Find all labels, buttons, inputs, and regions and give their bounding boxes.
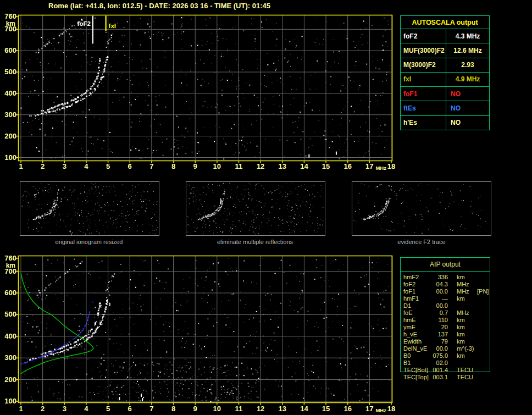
x-tick-label: 16 <box>343 405 351 413</box>
aip-row-B1: B102.0 <box>403 359 490 367</box>
aip-extra <box>477 309 490 317</box>
x-tick-label: 5 <box>106 162 110 170</box>
aip-value: 0.7 <box>433 309 448 317</box>
table-row-foF1: foF1 NO <box>401 87 489 101</box>
aip-label: B1 <box>403 359 433 367</box>
grid-lines <box>19 256 392 403</box>
aip-unit: km <box>457 331 477 338</box>
row-label: foF2 <box>401 29 446 43</box>
trace <box>20 302 93 365</box>
x-tick-label: 15 <box>322 162 330 170</box>
noise-dots <box>20 258 390 401</box>
x-tick-label: 4 <box>84 162 88 170</box>
aip-unit: km <box>457 295 477 302</box>
aip-unit: km <box>457 352 477 359</box>
aip-unit: km <box>457 274 477 281</box>
y-axis-unit-label: km <box>6 20 15 27</box>
x-tick-label: 1 <box>19 405 23 413</box>
thumbnail-caption-evidence: evidence F2 trace <box>397 239 445 245</box>
table-row-fxI: fxI 4.9 MHz <box>401 73 489 87</box>
marker-foF2: foF2 <box>77 16 93 44</box>
row-value: NO <box>446 87 489 101</box>
aip-unit: TECU <box>457 367 477 374</box>
trace <box>41 58 101 114</box>
y-tick-label: 600 <box>4 289 16 297</box>
aip-value: --- <box>433 295 448 302</box>
aip-value: 075.0 <box>433 352 448 359</box>
aip-extra: [PN] <box>477 288 490 295</box>
x-tick-label: 17 <box>365 162 373 170</box>
trace <box>29 56 108 119</box>
x-tick-label: 12 <box>257 405 264 413</box>
x-tick-label: 11 <box>235 162 243 170</box>
thumbnail-caption-original: original ionogram resized <box>56 239 123 245</box>
y-tick-label: 760 <box>4 254 16 262</box>
y-tick-label: 300 <box>4 353 16 362</box>
aip-output-table: AIP output hmF2336km foF204.3MHz foF100.… <box>400 257 490 372</box>
aip-unit: km <box>457 317 477 324</box>
row-value: 2.93 <box>446 58 489 72</box>
table-row-hEs: h'Es NO <box>401 116 489 130</box>
x-axis-unit-label: MHz <box>375 165 386 171</box>
aip-value: 04.3 <box>433 281 448 288</box>
aip-label: foF1 <box>403 288 433 295</box>
aip-unit: MHz <box>457 309 477 317</box>
y-tick-label: 400 <box>4 332 16 340</box>
aip-label: hmF2 <box>403 274 433 281</box>
table-row-ftEs: ftEs NO <box>401 101 489 115</box>
aip-row-TECTop: TEC[Top]003.1TECU <box>403 374 490 381</box>
x-tick-label: 16 <box>343 162 351 170</box>
aip-label: TEC[Bot] <box>403 367 433 374</box>
aip-extra <box>477 359 490 367</box>
aip-label: foE <box>403 309 433 317</box>
x-tick-label: 6 <box>128 405 132 413</box>
x-tick-label: 11 <box>235 405 243 413</box>
x-tick-label: 1 <box>19 162 23 170</box>
axis-ticks-labels: 100200300400500600700760km12345678910111… <box>4 254 395 413</box>
x-tick-label: 8 <box>171 405 175 413</box>
row-value: NO <box>446 101 489 115</box>
y-tick-label: 760 <box>4 12 16 20</box>
x-tick-label: 9 <box>193 405 197 413</box>
aip-row-B0: B0075.0km <box>403 352 490 359</box>
y-tick-label: 100 <box>4 397 16 405</box>
aip-extra <box>477 295 490 302</box>
marker-label-fxI: fxI <box>109 23 116 29</box>
row-label: M(3000)F2 <box>401 58 446 72</box>
aip-value: 00.0 <box>433 288 448 295</box>
trace <box>29 297 110 361</box>
table-row-foF2: foF2 4.3 MHz <box>401 29 489 43</box>
y-tick-label: 600 <box>4 46 16 54</box>
x-tick-label: 12 <box>257 162 264 170</box>
y-tick-label: 100 <box>4 153 16 162</box>
autoscala-output-table: AUTOSCALA output foF2 4.3 MHz MUF(3000)F… <box>400 15 490 130</box>
aip-value: 137 <box>433 331 448 338</box>
x-tick-label: 13 <box>279 405 286 413</box>
x-tick-label: 13 <box>279 162 286 170</box>
y-tick-label: 500 <box>4 310 16 318</box>
x-tick-label: 3 <box>63 405 66 413</box>
row-value: NO <box>446 116 489 130</box>
aip-row-h_vE: h_vE137km <box>403 331 490 338</box>
aip-row-foF2: foF204.3MHz <box>403 281 490 288</box>
aip-value: 00.0 <box>433 345 448 352</box>
aip-row-DelN_vE: DelN_vE00.0m^(-3) <box>403 345 490 352</box>
thumbnail-plot-0 <box>20 182 159 236</box>
aip-extra <box>477 274 490 281</box>
aip-unit: m^(-3) <box>457 345 477 352</box>
aip-unit: MHz <box>457 288 477 295</box>
station-date-title: Rome (lat: +41.8, lon: 012.5) - DATE: 20… <box>48 2 270 10</box>
aip-extra <box>477 345 490 352</box>
x-tick-label: 18 <box>387 405 395 413</box>
aip-row-TECBot: TEC[Bot]001.4TECU <box>403 367 490 374</box>
row-value: 12.6 MHz <box>446 43 489 57</box>
x-tick-label: 8 <box>171 162 175 170</box>
aip-unit <box>457 302 477 309</box>
aip-row-hmF2: hmF2336km <box>403 274 490 281</box>
trace <box>106 34 113 48</box>
aip-extra <box>477 324 490 331</box>
thumbnail-caption-eliminate: eliminate multiple reflections <box>217 239 293 245</box>
aip-label: Ewidth <box>403 338 433 345</box>
x-tick-label: 2 <box>41 405 45 413</box>
x-tick-label: 10 <box>213 162 221 170</box>
